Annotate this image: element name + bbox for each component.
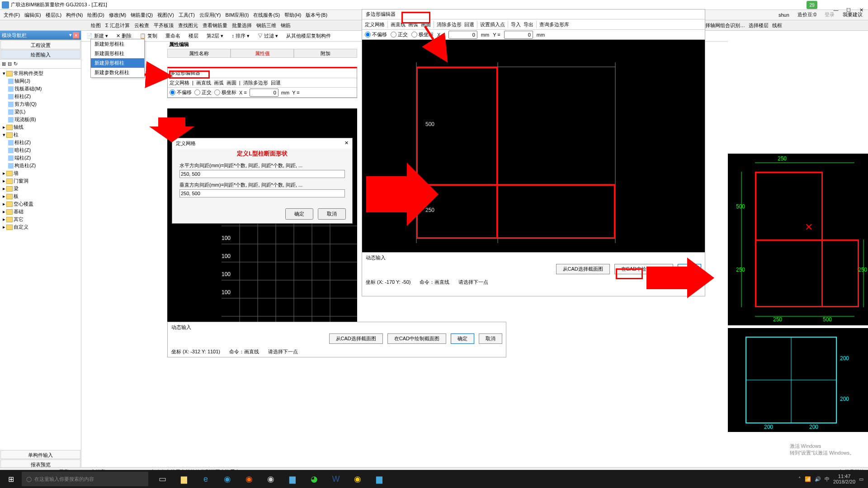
tree-item[interactable]: 柱 (14, 131, 19, 138)
user-name[interactable]: shun (777, 12, 791, 18)
polyed-circle[interactable]: 画圆 (226, 80, 236, 86)
menu-rebar[interactable]: 钢筋量(Q) (129, 11, 155, 19)
menu-cloud[interactable]: 云应用(Y) (198, 11, 223, 19)
dropdown-param[interactable]: 新建参数化框柱 (91, 68, 144, 77)
x-input[interactable] (250, 89, 278, 97)
suggest-link[interactable]: 我要建议 (841, 11, 864, 19)
griddlg-cancel-button[interactable]: 取消 (318, 208, 346, 220)
app-word-icon[interactable]: W (326, 470, 346, 488)
x2-input[interactable] (448, 31, 477, 39)
polyed2-clear[interactable]: 清除多边形 (437, 21, 462, 28)
tool-draw[interactable]: 绘图 (90, 22, 102, 29)
polyed2-querylib[interactable]: 查询多边形库 (539, 21, 569, 28)
app-ie-icon[interactable]: e (195, 470, 216, 488)
filter-button[interactable]: ▽ 过滤 ▾ (255, 31, 281, 41)
tool-viewrebar[interactable]: 查看钢筋量 (201, 22, 229, 29)
tool-batchsel[interactable]: 批量选择 (231, 22, 253, 29)
app-wechat-icon[interactable]: ◕ (304, 470, 325, 488)
tool-find[interactable]: 查找图元 (177, 22, 199, 29)
tool-axisid[interactable]: 择轴网组合识别… (705, 22, 745, 29)
tray-network-icon[interactable]: 📶 (805, 476, 811, 482)
tree-item[interactable]: 梁(L) (14, 108, 25, 115)
tree-expand-icon[interactable]: ⊞ (2, 61, 6, 67)
polyed-line[interactable]: 画直线 (196, 80, 211, 86)
radio2-polar[interactable]: 极坐标 (411, 31, 434, 38)
floor-select[interactable]: 第2层 ▾ (203, 31, 226, 41)
tree-item[interactable]: 墙 (14, 170, 19, 177)
griddlg-ok-button[interactable]: 确定 (285, 208, 313, 220)
dyn2-ok-button[interactable]: 确定 (678, 264, 701, 274)
app-chrome-icon[interactable]: ◉ (260, 470, 281, 488)
app-360-icon[interactable]: ◉ (347, 470, 368, 488)
polyed-arc[interactable]: 画弧 (214, 80, 224, 86)
tool-rebar[interactable]: 钢筋 (279, 22, 292, 29)
menu-help[interactable]: 帮助(H) (283, 11, 303, 19)
radio-ortho[interactable]: 正交 (194, 89, 212, 96)
nav-pin-icon[interactable]: ▾ (69, 32, 72, 38)
tree-item[interactable]: 空心楼盖 (14, 201, 33, 207)
rename-button[interactable]: 重命名 (162, 31, 184, 41)
sort-button[interactable]: ↕ 排序 ▾ (228, 31, 253, 41)
menu-modify[interactable]: 修改(M) (107, 11, 128, 19)
radio2-nooffset[interactable]: 不偏移 (365, 31, 387, 38)
component-tree[interactable]: ▾常用构件类型 轴网(J) 筏板基础(M) 框柱(Z) 剪力墙(Q) 梁(L) … (0, 69, 81, 450)
taskbar-search[interactable]: ◯ 在这里输入你要搜索的内容 (22, 472, 148, 486)
tree-collapse-icon[interactable]: ⊟ (8, 61, 12, 67)
tree-item[interactable]: 框柱(Z) (14, 139, 31, 146)
dropdown-irregular[interactable]: 新建异形框柱 (91, 58, 144, 68)
polyed-clear[interactable]: 清除多边形 (243, 80, 268, 86)
dyn2-incad-button[interactable]: 在CAD中绘制截面图 (614, 264, 673, 274)
tree-item[interactable]: 构造柱(Z) (14, 162, 36, 169)
dyn1-fromcad-button[interactable]: 从CAD选择截面图 (329, 333, 383, 344)
tree-item[interactable]: 现浇板(B) (14, 116, 36, 123)
polyed2-circle[interactable]: 画圆 (421, 21, 431, 28)
tool-wireframe[interactable]: 线框 (772, 22, 782, 29)
tree-refresh-icon[interactable]: ↻ (14, 61, 18, 67)
tree-item[interactable]: 筏板基础(M) (14, 85, 42, 92)
app-firefox-icon[interactable]: ◉ (239, 470, 259, 488)
tool-cloudcheck[interactable]: 云检查 (133, 22, 151, 29)
polyed2-undo[interactable]: 回退 (464, 21, 474, 28)
polyed2-insertpt[interactable]: 设置插入点 (480, 21, 505, 28)
menu-edit[interactable]: 编辑(E) (23, 11, 43, 19)
tree-item[interactable]: 梁 (14, 185, 19, 192)
app-store-icon[interactable]: ▆ (282, 470, 303, 488)
tray-time[interactable]: 11:47 (833, 474, 855, 479)
menu-view[interactable]: 视图(V) (156, 11, 176, 19)
polyed2-line[interactable]: 画直线 (391, 21, 406, 28)
start-button[interactable]: ⊞ (0, 470, 22, 488)
tray-notif-icon[interactable]: ▭ (859, 476, 863, 482)
menu-floor[interactable]: 楼层(L) (44, 11, 63, 19)
taskview-icon[interactable]: ▭ (152, 470, 173, 488)
polyed2-export[interactable]: 导出 (524, 21, 533, 28)
menu-tool[interactable]: 工具(T) (177, 11, 197, 19)
tray-volume-icon[interactable]: 🔊 (815, 476, 821, 482)
app-other-icon[interactable]: ▆ (369, 470, 390, 488)
menu-bim[interactable]: BIM应用(I) (224, 11, 251, 19)
griddlg-close-icon[interactable]: ✕ (344, 140, 349, 147)
griddlg-hinput[interactable] (179, 170, 345, 178)
polyed2-arc[interactable]: 画弧 (408, 21, 418, 28)
tree-item[interactable]: 剪力墙(Q) (14, 101, 37, 108)
dyn1-incad-button[interactable]: 在CAD中绘制截面图 (387, 333, 446, 344)
tool-alignslab[interactable]: 平齐板顶 (152, 22, 175, 29)
menu-file[interactable]: 文件(F) (2, 11, 22, 19)
polyed-defgrid[interactable]: 定义网格 (170, 80, 189, 86)
tree-item[interactable]: 轴网(J) (14, 78, 30, 84)
tree-item[interactable]: 框柱(Z) (14, 93, 31, 100)
nav-tab-single[interactable]: 单构件输入 (0, 450, 80, 459)
radio2-ortho[interactable]: 正交 (391, 31, 408, 38)
menu-component[interactable]: 构件(N) (64, 11, 85, 19)
menu-version[interactable]: 版本号(B) (304, 11, 329, 19)
tree-item[interactable]: 暗柱(Z) (14, 147, 31, 154)
radio-nooffset[interactable]: 不偏移 (170, 89, 192, 96)
menu-online[interactable]: 在线服务(S) (251, 11, 282, 19)
nav-close-icon[interactable]: × (73, 32, 79, 38)
tree-item[interactable]: 自定义 (14, 224, 28, 230)
tree-item[interactable]: 端柱(Z) (14, 155, 31, 161)
polyed-undo[interactable]: 回退 (271, 80, 281, 86)
radio-polar[interactable]: 极坐标 (214, 89, 236, 96)
tray-up-icon[interactable]: ˄ (798, 476, 801, 482)
system-tray[interactable]: ˄ 📶 🔊 中 11:47 2018/2/20 ▭ (798, 474, 868, 484)
login-link[interactable]: 登录 (823, 11, 836, 19)
